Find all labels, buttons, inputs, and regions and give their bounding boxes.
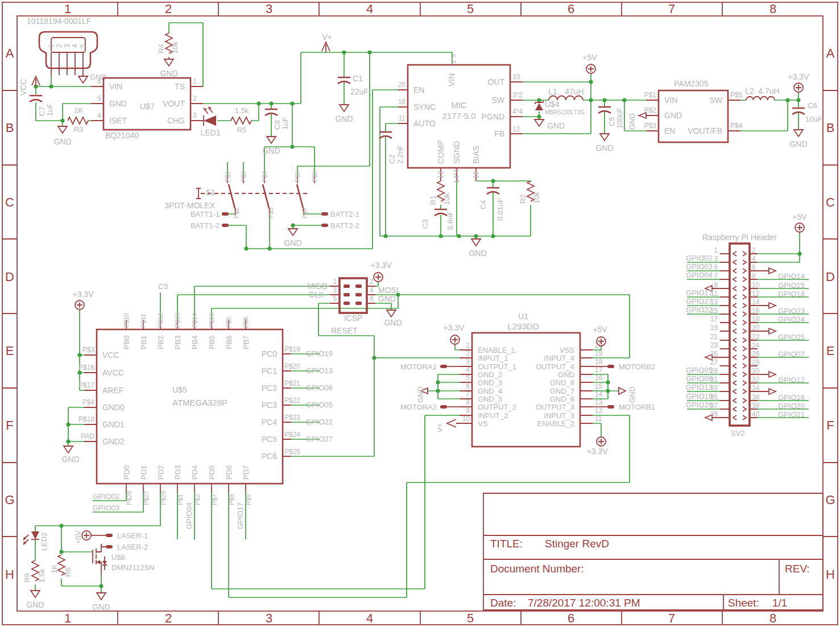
pin-name: PAD xyxy=(81,432,94,440)
pin-name: CHG xyxy=(167,116,185,125)
pin-number: 9 xyxy=(466,407,470,415)
pin-number: 19 xyxy=(710,324,718,332)
component-ref: U1 xyxy=(518,312,528,321)
date-label: Date: xyxy=(490,597,516,609)
pin-number: 17 xyxy=(710,315,718,323)
gnd-arrow-icon xyxy=(619,387,626,394)
junction-dots xyxy=(34,50,801,588)
pin-name: PB1 xyxy=(139,335,148,349)
net-label: MISO xyxy=(307,282,328,291)
component-value: 10k xyxy=(171,42,179,53)
title-block: TITLE: Stinger RevD Document Number: REV… xyxy=(483,493,823,610)
net-label: GPIO06 xyxy=(686,374,713,383)
pin-name: P$10 xyxy=(123,313,130,328)
pin-name: GND_5 xyxy=(478,395,502,403)
component-ref: LED2 xyxy=(40,532,48,551)
ic-pam2305: PAM2305 P$1 P$2 P$3 VIN GND EN P$5 P$4 S… xyxy=(628,79,743,142)
pin-number: 14 xyxy=(595,390,603,398)
frame-col: 5 xyxy=(467,611,474,625)
component-ref: ICSP xyxy=(344,314,363,323)
pin-name: VCC xyxy=(102,350,119,360)
pin-name: P$6 xyxy=(242,316,249,328)
net-label: BATT2-1 xyxy=(330,210,359,218)
pin-number: 26 xyxy=(752,350,760,358)
pin-number: 1*3 xyxy=(450,54,457,64)
resistor-r6: 1K R6 xyxy=(50,555,72,577)
resistor-r9: R9 1.5k GND xyxy=(23,560,46,609)
pin-name: FB xyxy=(494,129,504,138)
pin-name: EN xyxy=(413,85,424,94)
component-value: 10uF xyxy=(805,115,822,123)
component-ref: R3 xyxy=(74,125,84,134)
supply-5v-laser: +5V LASER-1 LASER-2 xyxy=(74,530,148,551)
pin-name: COMP xyxy=(436,140,445,164)
pin-name: GND_2 xyxy=(478,370,502,379)
component-ref: C7 xyxy=(38,106,46,116)
pin-number: 1 xyxy=(193,77,197,85)
gnd-symbol xyxy=(78,76,88,83)
pin-name: PC4 xyxy=(262,418,277,427)
gnd-label: GND xyxy=(789,139,807,148)
pin-number: 19 xyxy=(472,171,480,179)
supply-label: +5V xyxy=(792,212,807,221)
net-label: BATT2-2 xyxy=(330,221,359,230)
pin-name: PD1 xyxy=(139,465,148,480)
pin-number: 10 xyxy=(752,281,760,289)
net-label: GPIO22 xyxy=(306,418,333,426)
component-value: 1uF xyxy=(45,104,54,116)
pin-number: 4 xyxy=(370,286,374,294)
pin-name: PC3 xyxy=(262,401,277,410)
pin-number: 4 xyxy=(752,255,756,263)
gnd-arrow-icon xyxy=(758,268,776,394)
component-ref: C2 xyxy=(388,154,396,164)
component-ref: C6 xyxy=(808,101,817,110)
resistor-r3: 1K R3 xyxy=(68,106,88,134)
frame-col: 2 xyxy=(165,2,172,16)
net-label: MOTORA1 xyxy=(400,362,437,371)
gnd-label: GND xyxy=(92,603,110,612)
frame-row: C xyxy=(826,195,835,209)
pin-number: 18 xyxy=(752,315,760,323)
component-ref: LED1 xyxy=(200,128,220,137)
pin-name: P$9 xyxy=(245,494,252,505)
pin-name: INPUT_4 xyxy=(544,354,574,362)
pin-name: OUTPUT_4 xyxy=(536,362,574,371)
pin-number: 10 xyxy=(512,73,520,81)
pin-number: 16 xyxy=(595,374,603,382)
pin-name: SW xyxy=(491,96,504,105)
date-value: 7/28/2017 12:00:31 PM xyxy=(528,597,640,609)
component-part: DMN2112SN xyxy=(111,563,155,572)
component-ref: C3 xyxy=(421,219,429,229)
net-label: GPIO17 xyxy=(686,288,713,297)
net-label: GPIO02 xyxy=(93,492,119,501)
pin-name: PD2 xyxy=(156,465,165,480)
component-part: 2177-5.0 xyxy=(442,111,475,121)
pin-name: PC2 xyxy=(262,383,277,393)
pin-name: GND xyxy=(558,370,574,379)
gnd-label: GND xyxy=(384,318,402,327)
pin-name: PB4 xyxy=(191,335,199,349)
usb-pin-number: 1 xyxy=(47,44,55,48)
net-label: GPIO24 xyxy=(778,315,805,324)
gnd-bus: GND xyxy=(469,239,486,258)
raspberry-pi-header: Raspberry Pi Header SV2 +5V 1 2 3 4 GPIO… xyxy=(686,212,807,438)
pin-number: 16 xyxy=(752,307,760,315)
pin-number: 13 xyxy=(437,171,445,179)
usb-part-label: 10118194-0001LF xyxy=(27,16,91,26)
frame-row: A xyxy=(826,46,835,60)
pin-name: P$12 xyxy=(157,313,164,328)
pin-name: INPUT_1 xyxy=(478,354,508,362)
pin-name: VSS xyxy=(560,346,574,354)
pin-name: VOUT xyxy=(163,99,185,108)
pin-name: P$11 xyxy=(140,314,147,328)
pin-name: PC5 xyxy=(262,435,277,444)
frame-col: 7 xyxy=(668,611,675,625)
pin-number: P$3 xyxy=(644,122,657,130)
pin-number: 40 xyxy=(752,410,760,418)
pin-name: PB0 xyxy=(122,335,131,349)
net-label: GPIO26 xyxy=(686,401,713,409)
pin-name: P$8 xyxy=(311,171,318,182)
pin-name: TS xyxy=(175,82,185,91)
header-title: Raspberry Pi Header xyxy=(702,233,777,242)
pin-name: P$28 xyxy=(160,490,167,505)
